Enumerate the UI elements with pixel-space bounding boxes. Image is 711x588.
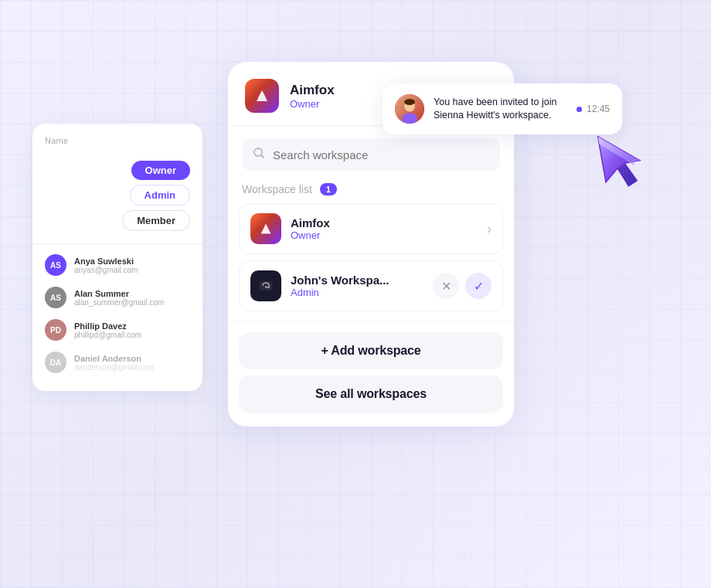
workspace-items-list: Aimfox Owner › John's Workspa... Admin ✕…: [228, 203, 514, 311]
members-card: Name Owner Admin Member AS Anya Suwleski…: [32, 124, 202, 391]
aimfox-item-info: Aimfox Owner: [291, 216, 478, 241]
workspace-title: Aimfox: [290, 83, 335, 98]
dismiss-button[interactable]: ✕: [433, 273, 459, 299]
aimfox-item-role: Owner: [291, 229, 478, 241]
svg-point-3: [404, 99, 415, 105]
aimfox-item-name: Aimfox: [291, 216, 478, 229]
avatar: PD: [45, 319, 66, 341]
notification-card: You have been invited to join Sienna Hew…: [383, 83, 622, 134]
johns-item-info: John's Workspa... Admin: [291, 274, 424, 298]
list-item: AS Anya Suwleski anyas@gmail.com: [32, 249, 202, 281]
search-icon: [253, 147, 265, 162]
johns-item-logo: [250, 270, 281, 301]
workspace-count-badge: 1: [320, 183, 337, 195]
arrow-right-icon: ›: [487, 221, 492, 237]
avatar: AS: [45, 254, 66, 276]
3d-cursor: [590, 122, 670, 202]
member-name: Alan Summer: [74, 289, 164, 298]
workspace-item-johns[interactable]: John's Workspa... Admin ✕ ✓: [239, 260, 503, 311]
role-badges-container: Owner Admin Member: [32, 153, 202, 239]
svg-line-5: [261, 155, 264, 158]
list-item: AS Alan Summer alan_summer@gmail.com: [32, 281, 202, 314]
johns-item-role: Admin: [291, 287, 424, 298]
members-divider: [32, 243, 202, 244]
workspace-list-label: Workspace list: [242, 183, 312, 195]
member-name: Phillip Davez: [74, 321, 141, 331]
panel-header-text: Aimfox Owner: [290, 83, 335, 110]
member-email: phillipd@gmail.com: [74, 331, 141, 339]
notification-dot: [577, 107, 582, 112]
workspace-item-aimfox[interactable]: Aimfox Owner ›: [239, 203, 503, 254]
avatar: AS: [45, 287, 66, 308]
aimfox-logo: [245, 79, 279, 113]
workspace-item-actions: ✕ ✓: [433, 273, 492, 299]
workspace-role-label: Owner: [290, 98, 335, 110]
notification-time: 12:45: [577, 104, 610, 114]
members-header: Name: [32, 136, 202, 153]
list-item: DA Daniel Anderson danderson@gmail.com: [32, 346, 202, 379]
add-workspace-button[interactable]: + Add workspace: [239, 332, 503, 369]
johns-item-name: John's Workspa...: [291, 274, 424, 287]
notification-avatar: [395, 94, 424, 124]
search-input[interactable]: [273, 148, 489, 161]
see-all-workspaces-button[interactable]: See all workspaces: [239, 376, 503, 413]
list-item: PD Phillip Davez phillipd@gmail.com: [32, 314, 202, 346]
member-email: alan_summer@gmail.com: [74, 298, 164, 307]
notification-text: You have been invited to join Sienna Hew…: [434, 96, 567, 123]
admin-badge[interactable]: Admin: [130, 185, 190, 206]
owner-badge[interactable]: Owner: [131, 161, 190, 180]
member-name: Anya Suwleski: [74, 257, 138, 266]
member-badge[interactable]: Member: [122, 210, 190, 231]
workspace-list-header: Workspace list 1: [228, 171, 514, 203]
aimfox-item-logo: [250, 213, 281, 244]
search-bar[interactable]: [242, 138, 500, 171]
member-name: Daniel Anderson: [74, 354, 154, 363]
member-email: danderson@gmail.com: [74, 363, 154, 372]
panel-footer: + Add workspace See all workspaces: [228, 321, 514, 427]
avatar: DA: [45, 352, 66, 373]
member-email: anyas@gmail.com: [74, 266, 138, 274]
accept-button[interactable]: ✓: [465, 273, 492, 299]
